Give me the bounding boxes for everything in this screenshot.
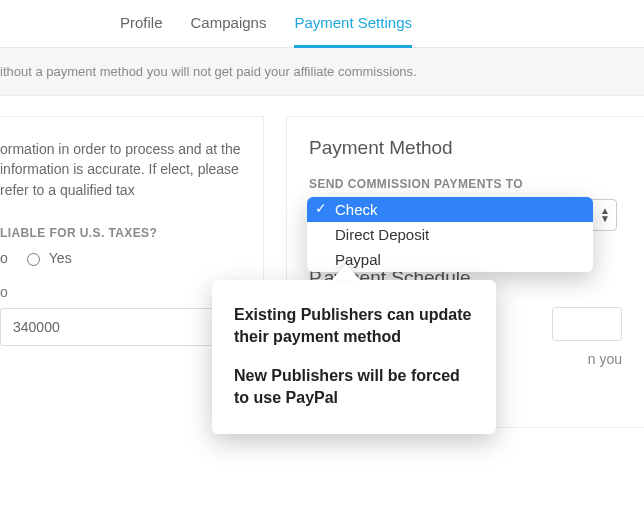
warning-banner: ithout a payment method you will not get…	[0, 48, 644, 96]
send-payments-to-label: SEND COMMISSION PAYMENTS TO	[309, 177, 622, 191]
option-check[interactable]: Check	[307, 197, 593, 222]
radio-yes-label: Yes	[49, 250, 72, 266]
radio-no-label: o	[0, 250, 8, 266]
tab-profile[interactable]: Profile	[120, 14, 163, 47]
radio-yes-input[interactable]	[27, 253, 40, 266]
schedule-threshold-input[interactable]	[552, 307, 622, 341]
us-tax-question-label: LIABLE FOR U.S. TAXES?	[0, 226, 245, 240]
annotation-line-2: New Publishers will be forced to use Pay…	[234, 365, 474, 408]
select-arrows-icon: ▲▼	[600, 207, 610, 223]
payable-to-label-fragment: o	[0, 284, 245, 300]
payment-method-heading: Payment Method	[309, 137, 622, 159]
tax-info-body: ormation in order to process and at the …	[0, 139, 245, 200]
payment-method-select-wrap: ▲▼ Check Direct Deposit Paypal	[309, 199, 617, 231]
radio-yes[interactable]: Yes	[22, 250, 72, 266]
amount-input[interactable]	[0, 308, 240, 346]
tab-campaigns[interactable]: Campaigns	[191, 14, 267, 47]
annotation-line-1: Existing Publishers can update their pay…	[234, 304, 474, 347]
us-tax-radio-group: o Yes	[0, 250, 245, 266]
payment-method-dropdown: Check Direct Deposit Paypal	[307, 197, 593, 272]
callout-tail-icon	[332, 264, 360, 280]
option-direct-deposit[interactable]: Direct Deposit	[307, 222, 593, 247]
tab-bar: Profile Campaigns Payment Settings	[0, 0, 644, 48]
radio-no[interactable]: o	[0, 250, 8, 266]
tab-payment-settings[interactable]: Payment Settings	[294, 14, 412, 48]
annotation-callout: Existing Publishers can update their pay…	[212, 280, 496, 434]
